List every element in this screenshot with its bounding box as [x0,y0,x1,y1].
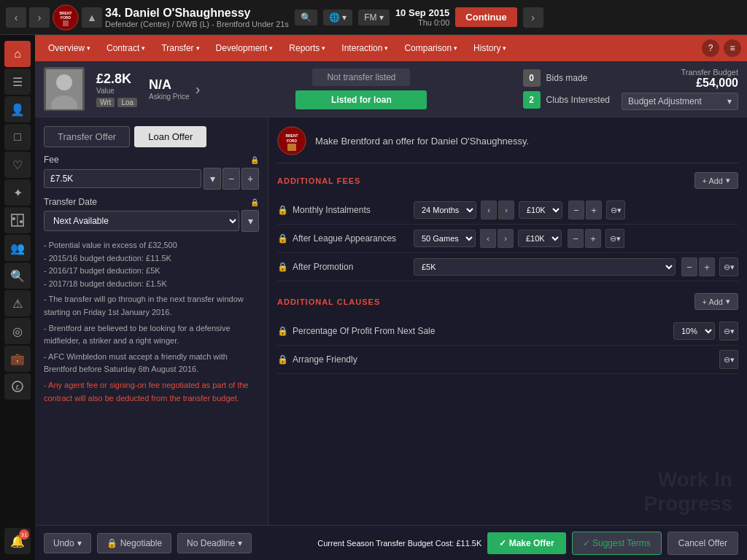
left-panel: Transfer Offer Loan Offer Fee 🔒 ▾ − + [35,117,268,560]
more-button[interactable]: ≡ [724,39,741,57]
secondary-nav: Overview ▾ Contract ▾ Transfer ▾ Develop… [35,35,747,61]
monthly-amount-select[interactable]: £10K [519,201,562,219]
not-listed-status: Not transfer listed [312,69,410,86]
clubs-interested-count: 2 [523,91,541,109]
league-fee-name: After League Appearances [293,233,409,244]
sidebar-icon-search[interactable]: 🔍 [4,262,31,289]
profit-clause-select[interactable]: 10% [673,322,715,340]
brentford-badge: BRENT FORD [277,126,306,155]
svg-rect-3 [63,20,69,26]
content-area: Transfer Offer Loan Offer Fee 🔒 ▾ − + [35,117,747,560]
monthly-next-btn[interactable]: › [498,201,514,219]
sidebar-icon-squad[interactable]: 👥 [4,235,31,261]
transfer-date-select[interactable]: Next Available [44,211,239,231]
tag-wrt[interactable]: Wrt [96,98,115,107]
undo-button[interactable]: Undo ▾ [44,533,91,553]
promotion-remove-btn[interactable]: ⊖▾ [719,257,738,276]
promotion-decrease-btn[interactable]: − [681,257,697,276]
fee-row-league: 🔒 After League Appearances 50 Games ‹ › … [277,225,738,253]
league-lock-icon: 🔒 [277,233,288,244]
continue-arrow-button[interactable]: › [523,7,543,28]
svg-point-7 [20,220,23,223]
sidebar-icon-menu[interactable]: ☰ [4,69,31,95]
loan-offer-tab[interactable]: Loan Offer [134,126,206,147]
league-next-btn[interactable]: › [498,229,514,248]
fee-dropdown-btn[interactable]: ▾ [204,168,221,190]
fee-increase-btn[interactable]: + [241,168,259,190]
badge-expand-button[interactable]: ▲ [82,7,102,28]
sidebar-icon-inbox[interactable]: □ [4,124,31,150]
league-remove-btn[interactable]: ⊖▾ [605,229,624,248]
search-button[interactable]: 🔍 [295,9,317,26]
nav-interaction[interactable]: Interaction ▾ [334,40,395,56]
friendly-clause-remove-btn[interactable]: ⊖▾ [719,350,738,369]
asking-price-label: Asking Price [149,93,190,101]
add-fee-button[interactable]: + Add ▾ [694,172,738,189]
sidebar-icon-home[interactable]: ⌂ [4,41,31,67]
nav-history[interactable]: History ▾ [466,40,514,56]
profit-clause-name: Percentage Of Profit From Next Sale [293,326,669,336]
offer-tabs: Transfer Offer Loan Offer [44,126,259,147]
fee-input[interactable] [44,169,201,188]
additional-clauses-title: ADDITIONAL CLAUSES [277,298,380,306]
player-value: £2.8K [96,71,137,87]
nav-comparison[interactable]: Comparison ▾ [397,40,465,56]
add-clause-button[interactable]: + Add ▾ [694,293,738,310]
fee-row-monthly: 🔒 Monthly Instalments 24 Months ‹ › £10K… [277,196,738,225]
forward-button[interactable]: › [29,7,50,28]
sidebar-icon-tactics[interactable] [4,207,31,233]
fm-menu-button[interactable]: FM ▾ [358,9,390,26]
promotion-lock-icon: 🔒 [277,262,288,272]
sidebar-icon-person[interactable]: 👤 [4,96,31,122]
profit-clause-remove-btn[interactable]: ⊖▾ [719,322,738,341]
tag-loa[interactable]: Loa [117,98,137,107]
league-decrease-btn[interactable]: − [568,229,584,248]
nav-overview[interactable]: Overview ▾ [41,40,98,56]
monthly-increase-btn[interactable]: + [586,201,602,219]
svg-rect-16 [287,144,296,151]
nav-reports[interactable]: Reports ▾ [282,40,333,56]
continue-button[interactable]: Continue [455,7,516,27]
budget-section: Transfer Budget £54,000 Budget Adjustmen… [622,68,738,110]
monthly-period-select[interactable]: 24 Months [414,201,476,219]
back-button[interactable]: ‹ [6,7,26,28]
sidebar-icon-heart[interactable]: ♡ [4,152,31,178]
bids-section: 0 Bids made 2 Clubs Interested [523,69,610,109]
sidebar-icon-alert[interactable]: ⚠ [4,290,31,316]
budget-adjustment-dropdown[interactable]: Budget Adjustment ▾ [622,93,738,110]
negotiable-button[interactable]: 🔒 Negotiable [97,533,171,553]
clause-row-profit: 🔒 Percentage Of Profit From Next Sale 10… [277,317,738,346]
league-increase-btn[interactable]: + [585,229,601,248]
make-offer-button[interactable]: ✓ Make Offer [487,532,565,554]
sidebar-icon-target[interactable]: ◎ [4,318,31,344]
sidebar-icon-star[interactable]: ✦ [4,179,31,206]
globe-button[interactable]: 🌐 ▾ [323,9,352,26]
suggest-terms-button[interactable]: ✓ Suggest Terms [572,532,662,555]
sidebar-icon-briefcase[interactable]: 💼 [4,346,31,372]
sidebar-icon-notifications[interactable]: 🔔 31 [4,528,31,554]
monthly-remove-btn[interactable]: ⊖▾ [606,201,625,219]
arrow-right-icon: › [196,81,201,98]
help-button[interactable]: ? [702,39,719,57]
monthly-prev-btn[interactable]: ‹ [481,201,497,219]
league-prev-btn[interactable]: ‹ [480,229,496,248]
monthly-lock-icon: 🔒 [277,205,288,215]
offer-header: BRENT FORD Make Brentford an offer for D… [277,126,738,163]
transfer-date-dropdown-btn[interactable]: ▾ [241,210,259,232]
svg-text:£: £ [15,384,19,391]
promotion-amount-select[interactable]: £5K [414,258,676,276]
nav-transfer[interactable]: Transfer ▾ [154,40,206,56]
league-period-select[interactable]: 50 Games [414,230,476,247]
monthly-decrease-btn[interactable]: − [568,201,584,219]
fee-decrease-btn[interactable]: − [222,168,240,190]
nav-contract[interactable]: Contract ▾ [99,40,152,56]
cancel-offer-button[interactable]: Cancel Offer [667,532,738,555]
transfer-offer-tab[interactable]: Transfer Offer [44,126,130,147]
player-title: 34. Daniel O'Shaughnessy Defender (Centr… [105,7,289,28]
profit-lock-icon: 🔒 [277,326,288,336]
no-deadline-button[interactable]: No Deadline ▾ [177,533,252,553]
nav-development[interactable]: Development ▾ [209,40,281,56]
league-amount-select[interactable]: £10K [518,230,562,247]
promotion-increase-btn[interactable]: + [699,257,715,276]
sidebar-icon-money[interactable]: £ [4,373,31,400]
